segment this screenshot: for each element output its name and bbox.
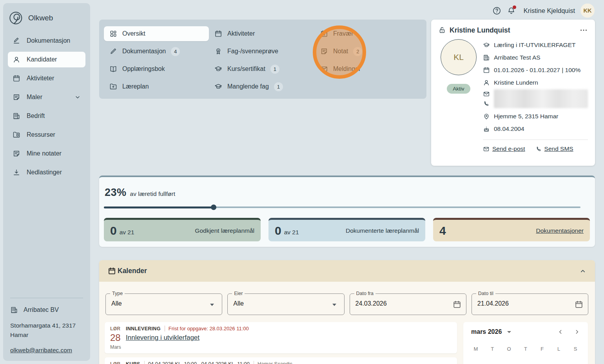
book-icon	[109, 65, 117, 73]
envelope-icon	[320, 65, 328, 73]
more-options-button[interactable]	[579, 26, 588, 34]
profile-period-row: 01.01.2026 - 01.01.2027 | 100%	[483, 64, 588, 76]
menu-item-oversikt[interactable]: Oversikt	[104, 26, 209, 41]
sidebar-item-nedlastinger[interactable]: Nedlastinger	[8, 165, 85, 180]
badge: 2	[353, 47, 362, 56]
next-month-chevron-right-icon[interactable]	[574, 329, 580, 335]
event-deadline: Frist for oppgave: 28.03.2026 11:00	[165, 326, 249, 331]
calendar-icon	[483, 67, 490, 74]
sidebar-item-mine-notater[interactable]: Mine notater	[8, 146, 85, 161]
footer-email-link[interactable]: olkweb@arribatec.com	[10, 347, 72, 353]
award-icon	[214, 47, 222, 55]
sidebar-item-dokumentasjon[interactable]: Dokumentasjon	[8, 33, 85, 49]
footer-company: Arribatec BV	[24, 306, 59, 313]
topbar: Kristine Kjeldquist KK	[492, 3, 595, 18]
notifications-button[interactable]	[507, 6, 516, 15]
menu-item-kurs-sertifikat[interactable]: Kurs/sertifikat 1	[209, 62, 315, 76]
sidebar-footer: Arribatec BV Storhamargata 41, 2317 Hama…	[10, 298, 83, 354]
pencil-icon	[13, 37, 20, 45]
filter-dato-fra-input[interactable]: Dato fra 24.03.2026	[350, 293, 466, 315]
event-title-link[interactable]: Innlevering i utviklerfaget	[126, 334, 200, 342]
filter-dato-til-input[interactable]: Dato til 21.04.2026	[472, 293, 588, 315]
note-icon	[13, 93, 20, 101]
badge: 4	[171, 47, 180, 56]
location-pin-icon	[483, 113, 490, 120]
dashboard-icon	[109, 30, 117, 38]
menu-item-opplaeringsbok[interactable]: Opplæringsbok	[104, 62, 209, 76]
progress-percent: 23%	[105, 187, 127, 199]
send-email-button[interactable]: Send e-post	[483, 145, 525, 152]
progress-dot	[211, 205, 216, 210]
event-item: LØR INNLEVERING Frist for oppgave: 28.03…	[105, 322, 457, 353]
help-button[interactable]	[492, 6, 501, 15]
divider	[10, 298, 83, 298]
sidebar-item-maler[interactable]: Maler	[8, 89, 85, 105]
profile-contact-person-row: Kristine Lundern	[483, 77, 588, 88]
sidebar-item-bedrift[interactable]: Bedrift	[8, 108, 85, 124]
menu-item-notat[interactable]: Notat 2	[315, 44, 422, 59]
graduation-cap-icon	[214, 83, 222, 91]
filter-eier-select[interactable]: Eier Alle	[227, 293, 344, 315]
download-icon	[13, 168, 20, 176]
candidate-name: Kristine Lundquist	[450, 26, 510, 34]
menu-item-meldinger[interactable]: Meldinger	[315, 62, 422, 76]
menu-item-fag-svenneprove[interactable]: Fag-/svenneprøve	[209, 44, 315, 59]
envelope-icon	[483, 146, 490, 152]
badge: 1	[270, 65, 279, 74]
app-name: Olkweb	[28, 14, 53, 22]
profile-company-row: Arribatec Test AS	[483, 52, 588, 63]
calendar-header: Kalender	[99, 260, 595, 282]
notification-dot	[513, 5, 516, 9]
stat-label: Dokumenterte læreplanmål	[346, 227, 419, 234]
stat-card-godkjent: 0 av 21 Godkjent læreplanmål	[104, 218, 261, 241]
sidebar-item-kandidater[interactable]: Kandidater	[8, 52, 85, 67]
weekday-row: M T O T F L S	[471, 346, 580, 352]
menu-item-fravaer[interactable]: Fravær	[315, 26, 422, 41]
olkweb-logo-icon	[9, 10, 24, 26]
dokumentasjoner-link[interactable]: Dokumentasjoner	[536, 227, 584, 234]
menu-item-aktiviteter[interactable]: Aktiviteter	[209, 26, 315, 41]
divider	[483, 139, 588, 140]
collapse-chevron-up-icon[interactable]	[579, 268, 586, 275]
stat-card-dokumenterte: 0 av 21 Dokumenterte læreplanmål	[268, 218, 425, 241]
lock-open-icon	[438, 26, 446, 34]
user-avatar[interactable]: KK	[580, 4, 595, 18]
profile-role-row: Lærling i IT-UTVIKLERFAGET	[483, 39, 588, 51]
menu-item-manglende-fag[interactable]: Manglende fag 1	[209, 79, 315, 94]
send-sms-button[interactable]: Send SMS	[535, 145, 573, 152]
pencil-icon	[109, 47, 117, 55]
redacted-contact-info	[483, 89, 588, 108]
app-logo: Olkweb	[8, 9, 85, 33]
candidate-avatar: KL	[441, 39, 477, 75]
progress-label: av læretid fullført	[130, 190, 175, 197]
help-icon	[492, 6, 501, 15]
calendar-icon[interactable]	[453, 300, 461, 309]
building-icon	[13, 112, 20, 120]
event-time: 04.04.2026 KL. 10:00 - 04.04.2026 KL. 11…	[144, 361, 250, 364]
person-icon	[483, 79, 490, 86]
phone-icon	[535, 146, 542, 152]
calendar-icon[interactable]	[575, 300, 583, 309]
envelope-icon	[483, 91, 490, 98]
progress-bar	[104, 205, 580, 210]
dropdown-arrow-icon	[210, 304, 214, 306]
calendar-icon	[13, 74, 20, 82]
folder-plus-icon	[109, 83, 117, 91]
graduation-cap-icon	[214, 65, 222, 73]
sidebar-item-aktiviteter[interactable]: Aktiviteter	[8, 71, 85, 86]
progress-card: 23% av læretid fullført 0 av 21 Godkjent…	[99, 176, 595, 247]
dropdown-arrow-icon	[332, 304, 336, 306]
profile-address-row: Hjemme 5, 2315 Hamar	[483, 110, 588, 122]
prev-month-chevron-left-icon[interactable]	[557, 329, 564, 335]
progress-fill	[104, 206, 214, 208]
month-dropdown-arrow-icon[interactable]	[507, 331, 511, 333]
event-location: Hamar Scandic	[254, 361, 292, 364]
menu-item-dokumentasjon[interactable]: Dokumentasjon 4	[104, 44, 209, 59]
menu-item-laereplan[interactable]: Læreplan	[104, 79, 209, 94]
filter-type-select[interactable]: Type Alle	[105, 293, 222, 315]
chevron-down-icon	[74, 94, 81, 100]
sidebar-item-ressurser[interactable]: Ressurser	[8, 127, 85, 143]
profile-birthdate-row: 08.04.2004	[483, 123, 588, 134]
note-icon	[13, 150, 20, 158]
stat-label: Godkjent læreplanmål	[195, 227, 254, 234]
